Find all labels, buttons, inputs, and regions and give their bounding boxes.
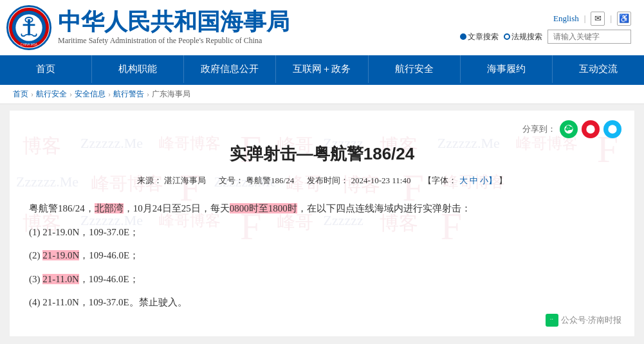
meta-time-label: 发布时间： bbox=[307, 176, 349, 185]
separator2: | bbox=[610, 14, 612, 24]
meta-time: 发布时间： 2024-10-23 11:40 bbox=[307, 175, 410, 186]
meta-source: 来源： 湛江海事局 bbox=[137, 175, 206, 186]
meta-time-val: 2024-10-23 11:40 bbox=[351, 176, 410, 185]
bottom-watermark: 公众号·济南时报 bbox=[546, 314, 621, 327]
search-radio-group: 文章搜索 法规搜索 bbox=[460, 32, 542, 42]
article-para-1: 粤航警186/24，北部湾，10月24日至25日，每天0800时至1800时，在… bbox=[29, 199, 615, 218]
header-right: English | ✉ | ♿ 文章搜索 法规搜索 bbox=[460, 12, 631, 44]
bottom-watermark-text: 公众号·济南时报 bbox=[561, 314, 621, 326]
share-area: 分享到： 微 Q bbox=[522, 120, 621, 138]
nav-safety[interactable]: 航行安全 bbox=[369, 55, 461, 83]
share-label: 分享到： bbox=[522, 123, 556, 135]
font-small-btn[interactable]: 小】 bbox=[480, 176, 497, 185]
meta-doc: 文号： 粤航警186/24 bbox=[219, 175, 294, 186]
radio-law-label: 法规搜索 bbox=[511, 32, 542, 42]
header-links: English | ✉ | ♿ bbox=[553, 12, 631, 26]
logo-text-area: 中华人民共和国海事局 Maritime Safety Administratio… bbox=[58, 10, 290, 46]
font-large-btn[interactable]: 大 bbox=[459, 176, 468, 185]
font-mid-btn[interactable]: 中 bbox=[470, 176, 478, 185]
english-link[interactable]: English bbox=[553, 14, 579, 24]
radio-article[interactable]: 文章搜索 bbox=[460, 32, 499, 42]
separator: | bbox=[584, 14, 586, 24]
svg-text:微: 微 bbox=[589, 127, 593, 132]
radio-dot-article bbox=[460, 33, 466, 40]
share-weibo-button[interactable]: 微 bbox=[582, 120, 600, 138]
nav-org[interactable]: 机构职能 bbox=[92, 55, 184, 83]
search-input[interactable] bbox=[547, 30, 631, 44]
header-top: CHINA MSA 中华人民共和国海事局 Maritime Safety Adm… bbox=[0, 0, 644, 55]
email-icon[interactable]: ✉ bbox=[591, 12, 605, 26]
meta-source-val: 湛江海事局 bbox=[164, 176, 206, 185]
highlight-time: 0800时至1800时 bbox=[230, 203, 297, 213]
meta-font-label: 【字体： bbox=[423, 176, 457, 185]
nav-interact[interactable]: 互动交流 bbox=[553, 55, 644, 83]
nav-internet[interactable]: 互联网＋政务 bbox=[276, 55, 368, 83]
article-body: 粤航警186/24，北部湾，10月24日至25日，每天0800时至1800时，在… bbox=[29, 199, 615, 312]
breadcrumb-home[interactable]: 首页 bbox=[13, 89, 28, 100]
radio-dot-law bbox=[504, 33, 510, 40]
nav-maritime[interactable]: 海事履约 bbox=[461, 55, 553, 83]
meta-doc-val: 粤航警186/24 bbox=[246, 176, 294, 185]
accessibility-icon[interactable]: ♿ bbox=[617, 12, 631, 26]
breadcrumb-current: 广东海事局 bbox=[152, 89, 190, 100]
nav-home[interactable]: 首页 bbox=[0, 55, 92, 83]
site-title-en: Maritime Safety Administration of the Pe… bbox=[58, 36, 290, 46]
article-para-3: (2) 21-19.0N，109-46.0E； bbox=[29, 246, 615, 265]
share-wechat-button[interactable] bbox=[560, 120, 578, 138]
breadcrumb-info[interactable]: 安全信息 bbox=[75, 89, 106, 100]
highlight-coord2: 21-19.0N bbox=[42, 250, 79, 260]
content-wrapper: 博客 Zzzzzz.Me 峰哥博客 F 峰哥 Zzzzzz 博客 Zzzzzz.… bbox=[10, 111, 634, 336]
logo-area: CHINA MSA 中华人民共和国海事局 Maritime Safety Adm… bbox=[6, 5, 290, 50]
radio-law[interactable]: 法规搜索 bbox=[504, 32, 542, 42]
svg-rect-5 bbox=[23, 24, 35, 26]
article-title: 实弹射击—粤航警186/24 bbox=[29, 143, 615, 165]
svg-rect-3 bbox=[28, 19, 30, 35]
nav-info[interactable]: 政府信息公开 bbox=[184, 55, 276, 83]
highlight-beibuwan: 北部湾 bbox=[95, 203, 124, 213]
meta-doc-label: 文号： bbox=[219, 176, 244, 185]
breadcrumb-safety[interactable]: 航行安全 bbox=[36, 89, 67, 100]
highlight-coord3: 21-11.0N bbox=[42, 274, 79, 284]
breadcrumb-notice[interactable]: 航行警告 bbox=[113, 89, 144, 100]
share-qq-button[interactable]: Q bbox=[603, 120, 621, 138]
meta-font: 【字体： 大 中 小】 】 bbox=[423, 175, 507, 186]
site-title-cn: 中华人民共和国海事局 bbox=[58, 10, 290, 33]
radio-article-label: 文章搜索 bbox=[468, 32, 499, 42]
wechat-bottom-icon bbox=[546, 314, 558, 327]
article-para-5: (4) 21-11.0N，109-37.0E。禁止驶入。 bbox=[29, 293, 615, 312]
article-para-4: (3) 21-11.0N，109-46.0E； bbox=[29, 270, 615, 289]
breadcrumb: 首页 › 航行安全 › 安全信息 › 航行警告 › 广东海事局 bbox=[0, 85, 644, 104]
search-area: 文章搜索 法规搜索 bbox=[460, 30, 631, 44]
nav-bar: 首页 机构职能 政府信息公开 互联网＋政务 航行安全 海事履约 互动交流 bbox=[0, 55, 644, 83]
header: CHINA MSA 中华人民共和国海事局 Maritime Safety Adm… bbox=[0, 0, 644, 85]
meta-source-label: 来源： bbox=[137, 176, 162, 185]
article-para-2: (1) 21-19.0N，109-37.0E； bbox=[29, 223, 615, 242]
logo-emblem: CHINA MSA bbox=[6, 5, 51, 50]
article-meta: 来源： 湛江海事局 文号： 粤航警186/24 发布时间： 2024-10-23… bbox=[29, 175, 615, 186]
svg-text:CHINA MSA: CHINA MSA bbox=[21, 43, 38, 46]
svg-text:Q: Q bbox=[611, 127, 614, 132]
